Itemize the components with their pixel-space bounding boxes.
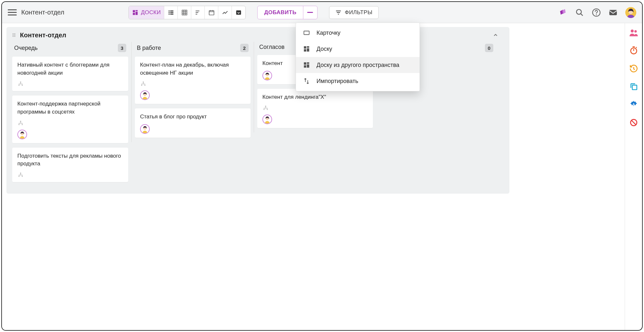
dropdown-item-board[interactable]: Доску [296, 41, 420, 57]
svg-point-39 [22, 124, 23, 125]
timer-icon[interactable] [629, 46, 639, 55]
svg-point-35 [18, 85, 19, 86]
svg-rect-20 [304, 46, 306, 49]
view-boards-button[interactable]: ДОСКИ [129, 6, 165, 19]
board-column: В работе2Контент-план на декабрь, включа… [131, 42, 254, 142]
card[interactable]: Статья в блог про продукт [135, 108, 251, 138]
svg-rect-0 [133, 10, 135, 12]
dropdown-item-label: Импортировать [317, 78, 358, 85]
card-icon [302, 29, 311, 37]
subtask-icon [140, 81, 147, 87]
svg-text:A: A [632, 102, 635, 107]
view-calendar-button[interactable] [205, 6, 218, 19]
card-title: Контент-план на декабрь, включая освещен… [140, 61, 245, 77]
card[interactable]: Подготовить тексты для рекламы нового пр… [12, 148, 128, 182]
card[interactable]: Контент-поддержка партнерской программы … [12, 96, 128, 143]
svg-rect-26 [307, 64, 309, 68]
view-archive-button[interactable] [232, 6, 245, 19]
svg-point-42 [20, 172, 21, 174]
svg-rect-10 [182, 10, 187, 15]
svg-point-29 [13, 35, 14, 36]
column-header: Очередь3 [12, 42, 128, 57]
cards-icon[interactable] [558, 8, 567, 17]
column-title: Согласов [259, 44, 284, 51]
board-title: Контент-отдел [20, 32, 66, 39]
column-count: 0 [485, 44, 493, 52]
svg-rect-9 [170, 14, 173, 14]
svg-rect-19 [304, 31, 309, 35]
people-icon[interactable] [629, 28, 639, 37]
column-header: В работе2 [135, 42, 251, 57]
assignee-avatar[interactable] [262, 71, 272, 80]
svg-rect-1 [136, 10, 138, 11]
card[interactable]: Контент для лендинга"Х" [257, 89, 373, 128]
svg-point-55 [263, 109, 264, 110]
svg-rect-3 [133, 13, 135, 15]
svg-point-59 [630, 30, 633, 32]
column-title: Очередь [14, 45, 38, 51]
right-sidebar: A [625, 23, 642, 330]
board-column: Очередь3Нативный контент с блоггерами дл… [9, 42, 131, 187]
board-icon [302, 61, 311, 69]
card-title: Подготовить тексты для рекламы нового пр… [17, 152, 123, 168]
card-meta [262, 105, 368, 111]
svg-rect-7 [170, 12, 173, 13]
svg-point-28 [13, 33, 14, 34]
view-table-button[interactable] [178, 6, 191, 19]
svg-point-37 [20, 121, 21, 122]
block-icon[interactable] [629, 118, 639, 127]
svg-point-15 [596, 14, 597, 15]
filters-button[interactable]: ФИЛЬТРЫ [329, 6, 379, 19]
filters-label: ФИЛЬТРЫ [345, 9, 373, 16]
assignee-avatar[interactable] [17, 130, 27, 139]
collapse-board-button[interactable] [491, 31, 504, 39]
user-avatar[interactable] [625, 7, 636, 18]
card-meta [17, 172, 123, 178]
dropdown-item-card[interactable]: Карточку [296, 25, 420, 41]
svg-point-56 [267, 109, 268, 110]
svg-rect-5 [170, 10, 173, 11]
view-chart-button[interactable] [218, 6, 232, 19]
svg-point-60 [634, 30, 637, 32]
dropdown-item-import[interactable]: Импортировать [296, 73, 420, 89]
dropdown-item-board-other-space[interactable]: Доску из другого пространства [296, 57, 420, 73]
add-button[interactable]: ДОБАВИТЬ [258, 6, 303, 19]
view-boards-label: ДОСКИ [141, 9, 161, 16]
dropdown-item-label: Доску [317, 46, 332, 52]
svg-point-43 [18, 176, 19, 177]
view-list-button[interactable] [164, 6, 178, 19]
menu-button[interactable] [8, 8, 17, 17]
card[interactable]: Нативный контент с блоггерами для нового… [12, 57, 128, 91]
svg-rect-23 [304, 49, 306, 51]
boards-icon [132, 9, 138, 16]
help-icon[interactable] [592, 8, 601, 17]
automation-icon[interactable]: A [629, 100, 639, 109]
card[interactable]: Контент-план на декабрь, включая освещен… [135, 57, 251, 104]
assignee-avatar[interactable] [140, 90, 150, 100]
dropdown-item-label: Карточку [317, 30, 340, 36]
dropdown-item-label: Доску из другого пространства [317, 62, 399, 69]
copy-icon[interactable] [629, 82, 639, 91]
svg-point-30 [13, 36, 14, 37]
assignee-avatar[interactable] [140, 124, 150, 134]
search-icon[interactable] [575, 8, 584, 17]
svg-point-45 [143, 82, 144, 83]
svg-point-33 [14, 36, 15, 37]
add-button-group: ДОБАВИТЬ [257, 6, 317, 19]
view-timeline-button[interactable] [191, 6, 205, 19]
import-icon [302, 77, 311, 85]
drag-handle-icon[interactable] [12, 32, 17, 38]
mail-icon[interactable] [609, 8, 618, 17]
card-meta [17, 120, 123, 126]
assignee-avatar[interactable] [262, 115, 272, 124]
svg-point-38 [18, 124, 19, 125]
svg-point-46 [141, 85, 142, 86]
svg-rect-12 [236, 10, 241, 14]
add-dropdown-toggle[interactable] [303, 6, 317, 19]
svg-rect-21 [307, 46, 309, 48]
topbar-right [558, 7, 636, 18]
history-icon[interactable] [629, 64, 639, 73]
column-count: 2 [240, 44, 249, 52]
svg-point-54 [265, 106, 266, 107]
board-icon [302, 45, 311, 53]
